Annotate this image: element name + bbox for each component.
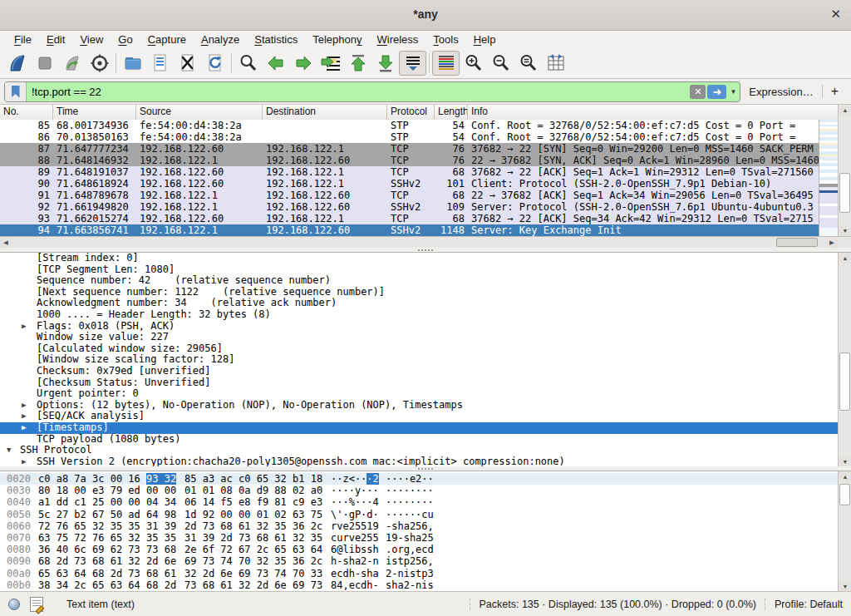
detail-line[interactable]: ▶[Timestamps]	[0, 422, 851, 434]
colorize-icon[interactable]	[432, 51, 460, 76]
detail-line[interactable]: [Stream index: 0]	[0, 253, 851, 264]
hex-row[interactable]: 0020c0 a8 7a 3c 00 16 93 3285 a3 ac c0 6…	[0, 473, 851, 485]
details-vscrollbar[interactable]: ▲ ▼	[838, 253, 851, 467]
hex-row[interactable]: 006072 76 65 32 35 35 31 392d 73 68 61 3…	[0, 520, 851, 532]
scrollbar-thumb[interactable]	[776, 238, 818, 247]
ascii-bytes[interactable]: -sha256,	[386, 520, 434, 532]
bytes-vscrollbar[interactable]: ▲ ▼	[838, 471, 851, 592]
menu-item-statistics[interactable]: Statistics	[247, 32, 305, 47]
hex-bytes[interactable]: 2e 6f 72 67 2c 65 63 64	[184, 544, 322, 555]
ascii-bytes[interactable]: ···%···4	[331, 496, 379, 508]
detail-line[interactable]: [Window size scaling factor: 128]	[0, 354, 851, 366]
start-capture-icon[interactable]	[3, 51, 31, 76]
hex-bytes[interactable]: 32 2d 6e 69 73 74 70 33	[184, 568, 322, 579]
filter-apply-icon[interactable]: ➜	[707, 85, 726, 99]
zoom-reset-icon[interactable]	[514, 51, 542, 76]
scroll-left-icon[interactable]: ◀	[0, 237, 12, 248]
packet-row[interactable]: 9271.661949820192.168.122.1192.168.122.6…	[0, 201, 819, 213]
hex-bytes[interactable]: 73 68 61 32 2d 6e 69 73	[184, 579, 322, 591]
last-packet-icon[interactable]	[371, 51, 399, 76]
scroll-down-icon[interactable]: ▼	[839, 225, 851, 236]
hex-row[interactable]: 00505c 27 b2 67 50 ad 64 981d 92 00 00 0…	[0, 509, 851, 520]
packet-row[interactable]: 8568.001734936fe:54:00:d4:38:2aSTP54Conf…	[0, 120, 819, 131]
capture-options-icon[interactable]	[86, 51, 113, 76]
next-packet-icon[interactable]	[289, 51, 317, 76]
close-file-icon[interactable]	[174, 51, 201, 76]
resize-columns-icon[interactable]	[542, 51, 569, 76]
scrollbar-thumb[interactable]	[839, 352, 850, 411]
ascii-bytes[interactable]: ··z<···2	[331, 473, 379, 485]
menu-item-tools[interactable]: Tools	[426, 32, 465, 47]
packet-row[interactable]: 9071.648618924192.168.122.60192.168.122.…	[0, 178, 819, 190]
detail-line[interactable]: Urgent pointer: 0	[0, 388, 851, 400]
detail-line[interactable]: [Calculated window size: 29056]	[0, 343, 851, 355]
column-header-no[interactable]: No.	[0, 105, 53, 120]
expert-info-icon[interactable]	[8, 599, 20, 610]
ascii-bytes[interactable]: 84,ecdh-	[331, 579, 379, 591]
menu-item-go[interactable]: Go	[111, 32, 140, 47]
collapsed-arrow-icon[interactable]: ▶	[22, 411, 26, 422]
hex-row[interactable]: 008036 40 6c 69 62 73 73 682e 6f 72 67 2…	[0, 544, 851, 555]
hex-bytes[interactable]: 65 63 64 68 2d 73 68 61	[38, 568, 176, 579]
filter-input[interactable]	[27, 86, 690, 98]
find-packet-icon[interactable]	[234, 51, 262, 76]
detail-line[interactable]: Acknowledgment number: 34 (relative ack …	[0, 298, 851, 309]
hex-bytes[interactable]: 1d 92 00 00 01 02 63 75	[184, 509, 322, 520]
intelligent-scrollbar-minimap[interactable]	[819, 120, 838, 236]
hex-bytes[interactable]: c0 a8 7a 3c 00 16 93 32	[38, 473, 176, 485]
open-file-icon[interactable]	[119, 51, 146, 76]
zoom-out-icon[interactable]	[487, 51, 514, 76]
capture-comment-icon[interactable]	[30, 597, 43, 612]
detail-line[interactable]: ▶Options: (12 bytes), No-Operation (NOP)…	[0, 400, 851, 411]
collapsed-arrow-icon[interactable]: ▶	[22, 321, 26, 333]
restart-capture-icon[interactable]	[58, 51, 86, 76]
hex-bytes[interactable]: 63 75 72 76 65 32 35 35	[38, 532, 176, 544]
ascii-bytes[interactable]: 6@libssh	[331, 544, 379, 555]
menu-item-wireless[interactable]: Wireless	[370, 32, 426, 47]
ascii-bytes[interactable]: 19-sha25	[386, 532, 434, 544]
packet-row[interactable]: 8670.013850163fe:54:00:d4:38:2aSTP54Conf…	[0, 131, 819, 143]
hex-row[interactable]: 009068 2d 73 68 61 32 2d 6e69 73 74 70 3…	[0, 555, 851, 567]
scrollbar-thumb[interactable]	[839, 484, 850, 505]
menu-item-telephony[interactable]: Telephony	[305, 32, 369, 47]
ascii-bytes[interactable]: rve25519	[331, 520, 379, 532]
ascii-bytes[interactable]: ····y···	[331, 485, 379, 496]
hex-row[interactable]: 007063 75 72 76 65 32 35 3531 39 2d 73 6…	[0, 532, 851, 544]
zoom-in-icon[interactable]	[460, 51, 487, 76]
expression-button[interactable]: Expression…	[740, 86, 821, 98]
hex-row[interactable]: 00a065 63 64 68 2d 73 68 6132 2d 6e 69 7…	[0, 568, 851, 579]
scroll-right-icon[interactable]: ▶	[826, 237, 838, 248]
hex-bytes[interactable]: 72 76 65 32 35 35 31 39	[38, 520, 176, 532]
hex-bytes[interactable]: 06 14 f5 e8 f9 81 c9 e3	[184, 496, 322, 508]
auto-scroll-icon[interactable]	[399, 51, 426, 76]
add-filter-button[interactable]: +	[823, 84, 847, 99]
filter-clear-icon[interactable]: ✕	[690, 85, 706, 99]
ascii-bytes[interactable]: istp256,	[386, 555, 434, 567]
detail-line[interactable]: ▶SSH Version 2 (encryption:chacha20-poly…	[0, 456, 851, 467]
column-header-destination[interactable]: Destination	[263, 105, 387, 120]
detail-line[interactable]: [TCP Segment Len: 1080]	[0, 264, 851, 276]
detail-line[interactable]: ▼SSH Protocol	[0, 445, 851, 456]
stop-capture-icon[interactable]	[31, 51, 58, 76]
profile-label[interactable]: Profile: Default	[775, 599, 843, 610]
reload-file-icon[interactable]	[201, 51, 229, 76]
hex-row[interactable]: 00b038 34 2c 65 63 64 68 2d73 68 61 32 2…	[0, 579, 851, 591]
ascii-bytes[interactable]: ········	[386, 496, 434, 508]
menu-item-edit[interactable]: Edit	[39, 32, 72, 47]
scrollbar-thumb[interactable]	[839, 173, 850, 213]
menu-item-help[interactable]: Help	[466, 32, 504, 47]
scroll-up-icon[interactable]: ▲	[839, 105, 851, 116]
ascii-bytes[interactable]: ecdh-sha	[331, 568, 379, 579]
menu-item-file[interactable]: File	[7, 32, 39, 47]
scroll-up-icon[interactable]: ▲	[839, 471, 851, 482]
detail-line[interactable]: TCP payload (1080 bytes)	[0, 434, 851, 446]
detail-line[interactable]: [Next sequence number: 1122 (relative se…	[0, 287, 851, 298]
hex-bytes[interactable]: 31 39 2d 73 68 61 32 35	[184, 532, 322, 544]
packet-row[interactable]: 8971.648191037192.168.122.60192.168.122.…	[0, 166, 819, 178]
previous-packet-icon[interactable]	[262, 51, 289, 76]
save-file-icon[interactable]	[146, 51, 174, 76]
hex-bytes[interactable]: 69 73 74 70 32 35 36 2c	[184, 555, 322, 567]
column-header-info[interactable]: Info	[468, 105, 851, 120]
hex-bytes[interactable]: a1 dd c1 25 00 00 04 34	[38, 496, 176, 508]
detail-line[interactable]: ▶[SEQ/ACK analysis]	[0, 411, 851, 422]
